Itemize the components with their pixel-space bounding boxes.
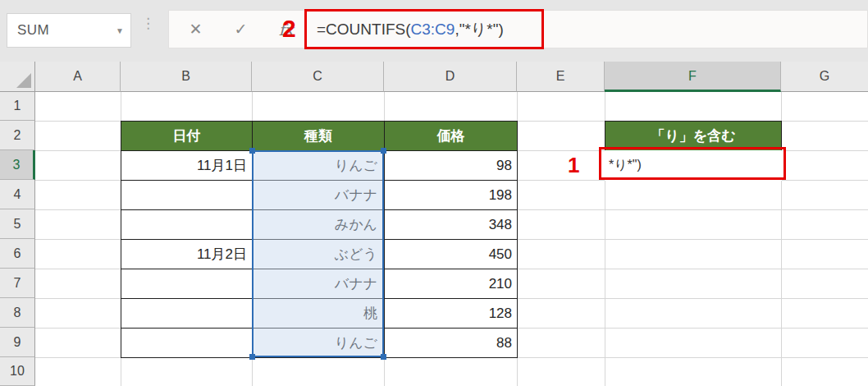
formula-bar-grip-icon: ⋮ (141, 20, 153, 43)
cell-d3[interactable]: 98 (385, 151, 518, 181)
name-box[interactable]: SUM ▼ (7, 13, 131, 48)
selection-handle[interactable] (381, 148, 386, 154)
cell-b7[interactable] (121, 269, 253, 299)
select-all-triangle-icon (16, 73, 31, 88)
cell-b9[interactable] (121, 329, 253, 358)
selection-handle[interactable] (249, 354, 255, 360)
cell-b4[interactable] (121, 181, 253, 210)
cancel-icon[interactable]: ✕ (173, 20, 218, 39)
column-header-e[interactable]: E (517, 62, 605, 92)
column-header-b[interactable]: B (121, 62, 252, 92)
name-box-dropdown-icon[interactable]: ▼ (109, 26, 130, 35)
row-header-8[interactable]: 8 (0, 298, 35, 328)
column-header-f[interactable]: F (605, 62, 781, 92)
row-header-2[interactable]: 2 (0, 121, 35, 150)
selection-handle[interactable] (381, 354, 386, 360)
column-header-g[interactable]: G (781, 62, 868, 92)
column-header-a[interactable]: A (35, 62, 121, 92)
cell-d8[interactable]: 128 (385, 299, 518, 329)
row-header-5[interactable]: 5 (0, 209, 35, 239)
column-header-d[interactable]: D (384, 62, 517, 92)
cell-b8[interactable] (121, 299, 253, 329)
cell-d6[interactable]: 450 (385, 240, 518, 269)
select-all-corner[interactable] (0, 62, 35, 92)
table-header-row: 日付 種類 価格 (121, 122, 518, 151)
annotation-label-2: 2 (282, 15, 296, 43)
row-header-6[interactable]: 6 (0, 239, 35, 269)
annotation-box-formula (304, 9, 544, 49)
cell-d7[interactable]: 210 (385, 269, 518, 299)
header-cell-price[interactable]: 価格 (385, 122, 518, 151)
header-cell-kind[interactable]: 種類 (253, 122, 385, 151)
header-cell-date[interactable]: 日付 (121, 122, 253, 151)
row-header-4[interactable]: 4 (0, 180, 35, 209)
cell-b6[interactable]: 11月2日 (121, 240, 253, 269)
spreadsheet-app: SUM ▼ ⋮ ✕ ✓ fx =COUNTIFS(C3:C9,"*り*") 2 … (0, 0, 868, 386)
row-header-9[interactable]: 9 (0, 328, 35, 357)
column-header-c[interactable]: C (252, 62, 384, 92)
row-header-10[interactable]: 10 (0, 357, 35, 386)
annotation-label-1: 1 (568, 153, 579, 178)
row-header-7[interactable]: 7 (0, 269, 35, 298)
annotation-box-f3 (599, 147, 786, 180)
selected-range-c3-c9[interactable] (252, 150, 384, 357)
enter-icon[interactable]: ✓ (218, 20, 263, 39)
cell-d4[interactable]: 198 (385, 181, 518, 210)
cell-b5[interactable] (121, 210, 253, 240)
cell-b3[interactable]: 11月1日 (121, 151, 253, 181)
row-header-3[interactable]: 3 (0, 150, 35, 180)
formula-toolbar: SUM ▼ ⋮ ✕ ✓ fx =COUNTIFS(C3:C9,"*り*") 2 (0, 0, 868, 62)
selection-handle[interactable] (249, 148, 255, 154)
name-box-value[interactable]: SUM (7, 22, 109, 39)
cell-d5[interactable]: 348 (385, 210, 518, 240)
row-header-1[interactable]: 1 (0, 92, 35, 121)
cell-d9[interactable]: 88 (385, 329, 518, 358)
